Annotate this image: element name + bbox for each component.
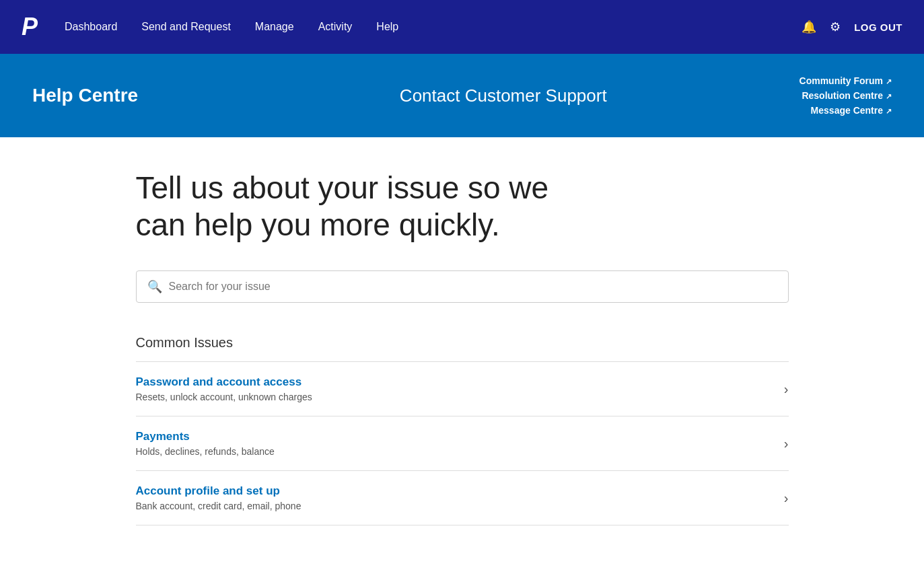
search-input[interactable] <box>169 281 777 293</box>
issue-title-account-profile: Account profile and set up <box>136 484 301 498</box>
nav-link-dashboard[interactable]: Dashboard <box>65 21 117 33</box>
nav-link-send-request[interactable]: Send and Request <box>141 21 231 33</box>
contact-support-label: Contact Customer Support <box>207 85 799 106</box>
bell-icon[interactable]: 🔔 <box>802 20 816 34</box>
issue-title-payments: Payments <box>136 430 275 443</box>
nav-links: Dashboard Send and Request Manage Activi… <box>65 21 802 33</box>
issue-title-password: Password and account access <box>136 375 312 389</box>
resolution-centre-link[interactable]: Resolution Centre↗ <box>802 90 892 101</box>
hero-title: Tell us about your issue so we can help … <box>136 170 607 244</box>
chevron-right-icon: › <box>784 436 789 451</box>
issue-desc-payments: Holds, declines, refunds, balance <box>136 446 275 457</box>
issues-list: Password and account access Resets, unlo… <box>136 361 789 525</box>
external-link-icon: ↗ <box>886 107 892 115</box>
help-centre-title: Help Centre <box>32 85 207 106</box>
issue-item-password[interactable]: Password and account access Resets, unlo… <box>136 361 789 416</box>
message-centre-link[interactable]: Message Centre↗ <box>811 105 892 116</box>
gear-icon[interactable]: ⚙ <box>830 20 841 34</box>
issue-desc-account-profile: Bank account, credit card, email, phone <box>136 501 301 511</box>
main-content: Tell us about your issue so we can help … <box>109 137 816 566</box>
search-container[interactable]: 🔍 <box>136 270 789 303</box>
nav-link-activity[interactable]: Activity <box>318 21 353 33</box>
chevron-right-icon: › <box>784 490 789 506</box>
top-navigation: P Dashboard Send and Request Manage Acti… <box>0 0 924 54</box>
issue-desc-password: Resets, unlock account, unknown charges <box>136 392 312 402</box>
chevron-right-icon: › <box>784 381 789 397</box>
common-issues-heading: Common Issues <box>136 335 789 351</box>
external-link-icon: ↗ <box>886 92 892 100</box>
paypal-logo[interactable]: P <box>22 13 38 41</box>
logout-button[interactable]: LOG OUT <box>854 22 902 33</box>
search-icon: 🔍 <box>147 279 162 294</box>
nav-link-help[interactable]: Help <box>376 21 398 33</box>
nav-link-manage[interactable]: Manage <box>255 21 294 33</box>
banner-links: Community Forum↗ Resolution Centre↗ Mess… <box>799 75 892 116</box>
help-banner: Help Centre Contact Customer Support Com… <box>0 54 924 137</box>
community-forum-link[interactable]: Community Forum↗ <box>799 75 892 86</box>
external-link-icon: ↗ <box>886 77 892 85</box>
nav-right: 🔔 ⚙ LOG OUT <box>802 20 902 34</box>
issue-item-payments[interactable]: Payments Holds, declines, refunds, balan… <box>136 416 789 470</box>
issue-item-account-profile[interactable]: Account profile and set up Bank account,… <box>136 470 789 525</box>
